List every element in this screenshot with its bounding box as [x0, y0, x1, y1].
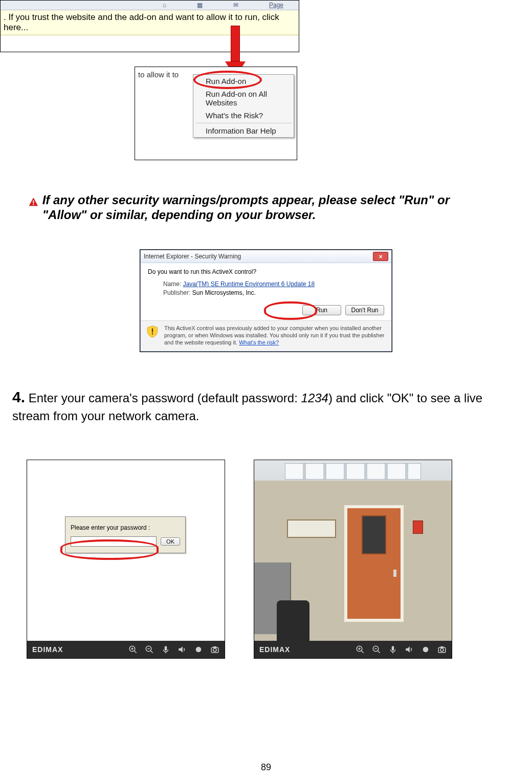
zoom-in-icon[interactable]	[356, 645, 365, 654]
camera-control-bar: EDIMAX	[254, 641, 452, 658]
publisher-value: Sun Microsystems, Inc.	[192, 289, 256, 296]
zoom-in-icon[interactable]	[128, 645, 138, 654]
snapshot-icon[interactable]	[210, 645, 219, 654]
dialog-titlebar: Internet Explorer - Security Warning ✕	[141, 250, 391, 263]
svg-point-15	[196, 647, 202, 653]
speaker-icon[interactable]	[405, 645, 414, 654]
context-menu: Run Add-on Run Add-on on All Websites Wh…	[193, 74, 294, 138]
dialog-title: Internet Explorer - Security Warning	[144, 253, 241, 260]
camera-view-password: Please enter your password : OK EDIMAX	[27, 460, 225, 659]
shield-warning-icon	[146, 325, 159, 338]
menu-item-info-bar-help[interactable]: Information Bar Help	[193, 124, 294, 137]
svg-line-24	[378, 651, 380, 653]
warning-note: If any other security warnings/prompts a…	[29, 192, 469, 223]
mail-icon: ✉	[233, 2, 238, 9]
browser-toolbar-fragment: ⌂ ▦ ✉ Page . If you trust the website an…	[0, 0, 299, 52]
dialog-footer-text: This ActiveX control was previously adde…	[164, 325, 386, 346]
page-number: 89	[0, 762, 532, 773]
security-warning-screenshot: Internet Explorer - Security Warning ✕ D…	[140, 249, 392, 352]
dont-run-button[interactable]: Don't Run	[345, 305, 384, 315]
svg-marker-28	[406, 646, 410, 653]
svg-point-31	[440, 648, 444, 652]
name-label: Name:	[163, 280, 181, 288]
svg-rect-18	[213, 646, 216, 648]
run-button[interactable]: Run	[302, 305, 341, 315]
warning-note-text: If any other security warnings/prompts a…	[42, 192, 469, 223]
close-button[interactable]: ✕	[373, 252, 388, 261]
svg-rect-32	[440, 646, 444, 648]
information-bar[interactable]: . If you trust the website and the add-o…	[1, 10, 299, 35]
zoom-out-icon[interactable]	[145, 645, 154, 654]
publisher-row: Publisher: Sun Microsystems, Inc.	[163, 289, 384, 296]
brand-label: EDIMAX	[259, 645, 348, 654]
password-input[interactable]	[71, 536, 157, 547]
record-icon[interactable]	[421, 645, 430, 654]
svg-marker-14	[179, 646, 183, 653]
step-default-password: 1234	[301, 391, 328, 405]
browser-blank-area	[1, 35, 299, 52]
ok-button[interactable]: OK	[161, 537, 180, 546]
close-icon: ✕	[379, 254, 383, 259]
speaker-icon[interactable]	[178, 645, 187, 654]
step-number: 4.	[12, 388, 25, 405]
menu-separator	[195, 123, 292, 123]
svg-rect-12	[165, 646, 167, 651]
feed-icon: ▦	[197, 2, 203, 9]
name-row: Name: Java(TM) SE Runtime Environment 6 …	[163, 280, 384, 288]
page-menu-label: Page	[269, 2, 283, 9]
svg-point-29	[423, 647, 429, 653]
brand-label: EDIMAX	[32, 645, 121, 654]
svg-rect-26	[392, 646, 394, 651]
menu-item-whats-risk[interactable]: What's the Risk?	[193, 109, 294, 122]
svg-rect-3	[152, 329, 153, 333]
whats-the-risk-link[interactable]: What's the risk?	[239, 339, 279, 345]
step-text-a: Enter your camera's password (default pa…	[29, 391, 301, 405]
step-4-instruction: 4. Enter your camera's password (default…	[12, 387, 514, 424]
password-label: Please enter your password :	[71, 524, 180, 531]
dialog-question: Do you want to run this ActiveX control?	[148, 268, 384, 275]
svg-line-10	[150, 651, 153, 653]
mic-icon[interactable]	[161, 645, 170, 654]
svg-line-6	[134, 651, 137, 653]
live-stream-image	[254, 460, 452, 641]
menu-item-run-addon[interactable]: Run Add-on	[193, 75, 294, 88]
warning-icon	[29, 194, 38, 210]
zoom-out-icon[interactable]	[372, 645, 381, 654]
svg-rect-1	[33, 200, 34, 203]
svg-line-20	[361, 651, 364, 653]
home-icon: ⌂	[163, 2, 166, 9]
record-icon[interactable]	[194, 645, 203, 654]
password-prompt: Please enter your password : OK	[65, 516, 186, 553]
name-value-link[interactable]: Java(TM) SE Runtime Environment 6 Update…	[183, 280, 315, 288]
publisher-label: Publisher:	[163, 289, 190, 296]
partial-text: to allow it to	[138, 70, 179, 79]
camera-control-bar: EDIMAX	[27, 641, 225, 658]
context-menu-screenshot: to allow it to Run Add-on Run Add-on on …	[135, 67, 297, 160]
menu-item-run-all[interactable]: Run Add-on on All Websites	[193, 88, 294, 109]
svg-rect-2	[33, 204, 34, 205]
svg-rect-4	[152, 333, 153, 334]
mic-icon[interactable]	[388, 645, 397, 654]
svg-point-17	[213, 648, 216, 652]
snapshot-icon[interactable]	[437, 645, 447, 654]
camera-view-live: EDIMAX	[254, 460, 452, 659]
browser-toolbar-icons: ⌂ ▦ ✉ Page	[1, 1, 299, 10]
